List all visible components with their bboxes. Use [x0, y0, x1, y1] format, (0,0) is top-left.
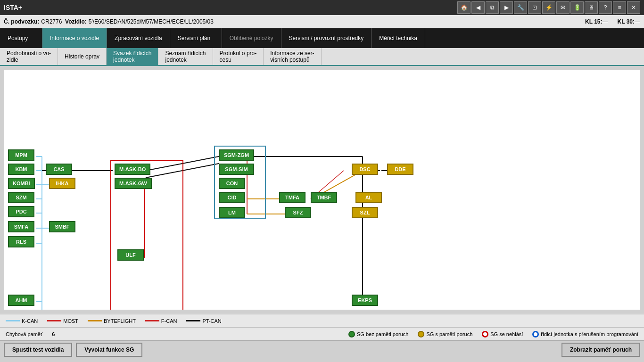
- legend-area: K-CAN MOST BYTEFLIGHT F-CAN PT-CAN: [0, 314, 644, 327]
- nav-tab-zpracovani[interactable]: Zpracování vozidla: [107, 28, 170, 48]
- ecu-AHM[interactable]: AHM: [8, 295, 34, 306]
- blue-ring-dot: [532, 331, 539, 337]
- legend-k-can: K-CAN: [6, 318, 38, 324]
- sub-nav: Podrobnosti o vo-zidle Historie oprav Sv…: [0, 48, 644, 66]
- battery-icon[interactable]: 🔋: [570, 1, 584, 14]
- svg-line-15: [146, 156, 219, 171]
- ecu-MPM[interactable]: MPM: [8, 149, 34, 161]
- lightning-icon[interactable]: ⚡: [542, 1, 555, 14]
- ecu-SZM[interactable]: SZM: [8, 192, 34, 203]
- ecu-KBM[interactable]: KBM: [8, 164, 34, 175]
- status-no-faults: SG bez paměti poruch: [348, 331, 408, 337]
- pt-can-label: PT-CAN: [202, 318, 221, 324]
- ecu-DSC[interactable]: DSC: [352, 164, 378, 175]
- nav-tab-merici[interactable]: Měřicí technika: [372, 28, 425, 48]
- pt-can-line: [186, 320, 200, 321]
- green-dot: [348, 331, 355, 337]
- sub-tab-informace-servis[interactable]: Informace ze ser-visních postupů: [264, 48, 321, 65]
- chassis-value: CR2776: [41, 18, 62, 25]
- status-with-faults: SG s pamětí poruch: [418, 331, 472, 337]
- ecu-SGM-ZGM[interactable]: SGM-ZGM: [219, 149, 254, 161]
- titlebar: ISTA+ 🏠 ◀ ⧉ ▶ 🔧 ⊡ ⚡ ✉ 🔋 🖥 ? ≡ ✕: [0, 0, 644, 15]
- ecu-SMBF[interactable]: SMBF: [49, 221, 75, 232]
- list-icon[interactable]: ≡: [613, 1, 626, 14]
- fault-memory-label: Chybová paměť: [6, 331, 42, 337]
- ecu-CID[interactable]: CID: [219, 192, 245, 203]
- close-icon[interactable]: ✕: [627, 1, 640, 14]
- show-faults-button[interactable]: Zobrazit paměť poruch: [561, 343, 640, 357]
- nav-tab-postupy[interactable]: Postupy: [0, 28, 42, 48]
- ecu-TMFA[interactable]: TMFA: [279, 192, 305, 203]
- sub-tab-svazek[interactable]: Svazek řídicíchjednotek: [107, 48, 158, 65]
- arrow-left-icon[interactable]: ◀: [471, 1, 485, 14]
- nav-tab-oblibene: Oblíbené položky: [222, 28, 281, 48]
- sub-tab-protokol[interactable]: Protokol o pro-cesu: [213, 48, 264, 65]
- left-buttons: Spustit test vozidla Vyvolat funkce SG: [4, 343, 142, 357]
- ecu-LM[interactable]: LM: [219, 207, 245, 218]
- ecu-DDE[interactable]: DDE: [387, 164, 413, 175]
- kl30-value: —: [635, 18, 640, 25]
- ecu-SGM-SIM[interactable]: SGM-SIM: [219, 164, 254, 175]
- svg-line-16: [146, 164, 219, 178]
- infobar: Č. podvozku: CR2776 Vozidlo: 5'/E60/SEDA…: [0, 15, 644, 28]
- ecu-SMFA[interactable]: SMFA: [8, 221, 34, 232]
- status-with-faults-label: SG s pamětí poruch: [426, 331, 472, 337]
- screen-icon[interactable]: ⊡: [528, 1, 541, 14]
- status-interrupted: řídicí jednotka s přerušením programován…: [532, 331, 638, 337]
- sub-tab-seznam[interactable]: Seznam řídicíchjednotek: [158, 48, 213, 65]
- call-functions-button[interactable]: Vyvolat funkce SG: [76, 343, 142, 357]
- arrow-right-icon[interactable]: ▶: [500, 1, 513, 14]
- start-test-button[interactable]: Spustit test vozidla: [4, 343, 72, 357]
- status-not-reported-label: SG se nehlásí: [490, 331, 523, 337]
- nav-tab-servisni-plan[interactable]: Servisní plán: [170, 28, 222, 48]
- copy-icon[interactable]: ⧉: [486, 1, 499, 14]
- ecu-RLS[interactable]: RLS: [8, 236, 34, 247]
- ecu-SFZ[interactable]: SFZ: [285, 207, 311, 218]
- k-can-line: [6, 320, 20, 321]
- chassis-label: Č. podvozku:: [4, 18, 39, 25]
- connector-svg: [4, 70, 640, 310]
- vehicle-label: Vozidlo:: [65, 18, 87, 25]
- status-bar: Chybová paměť 6 SG bez paměti poruch SG …: [0, 327, 644, 340]
- ecu-CAS[interactable]: CAS: [46, 164, 72, 175]
- sub-tab-podrobnosti[interactable]: Podrobnosti o vo-zidle: [0, 48, 58, 65]
- byteflight-label: BYTEFLIGHT: [104, 318, 136, 324]
- ecu-PDC[interactable]: PDC: [8, 206, 34, 217]
- fault-memory-count: 6: [52, 331, 55, 337]
- bottom-buttons: Spustit test vozidla Vyvolat funkce SG Z…: [0, 340, 644, 358]
- ecu-KOMBI[interactable]: KOMBI: [8, 178, 35, 189]
- ecu-ULF[interactable]: ULF: [117, 249, 144, 261]
- nav-tab-servisni7[interactable]: Servisní / provozní prostředky: [281, 28, 372, 48]
- wrench-icon[interactable]: 🔧: [514, 1, 527, 14]
- main-nav: Postupy Informace o vozidle Zpracování v…: [0, 28, 644, 48]
- ecu-CON[interactable]: CON: [219, 178, 245, 189]
- home-icon[interactable]: 🏠: [457, 1, 471, 14]
- ecu-EKPS[interactable]: EKPS: [352, 295, 378, 306]
- ecu-TMBF[interactable]: TMBF: [311, 192, 337, 203]
- kl15-label: KL 15:: [585, 18, 602, 25]
- monitor-icon[interactable]: 🖥: [585, 1, 598, 14]
- legend-byteflight: BYTEFLIGHT: [88, 318, 136, 324]
- legend-f-can: F-CAN: [145, 318, 177, 324]
- gold-dot: [418, 331, 424, 337]
- diagram-area: MPM KBM CAS KOMBI IHKA SZM PDC SMFA SMBF…: [4, 70, 640, 310]
- help-icon[interactable]: ?: [599, 1, 612, 14]
- mail-icon[interactable]: ✉: [556, 1, 570, 14]
- ecu-MASK-GW[interactable]: M-ASK-GW: [115, 178, 152, 189]
- ecu-AL[interactable]: AL: [355, 192, 382, 203]
- nav-tab-informace[interactable]: Informace o vozidle: [42, 28, 107, 48]
- f-can-line: [145, 320, 159, 321]
- ecu-SZL[interactable]: SZL: [352, 207, 378, 218]
- ecu-IHKA[interactable]: IHKA: [49, 178, 75, 189]
- status-no-faults-label: SG bez paměti poruch: [357, 331, 408, 337]
- legend-most: MOST: [47, 318, 78, 324]
- f-can-label: F-CAN: [161, 318, 177, 324]
- title-icons: 🏠 ◀ ⧉ ▶ 🔧 ⊡ ⚡ ✉ 🔋 🖥 ? ≡ ✕: [457, 1, 640, 14]
- status-not-reported: SG se nehlásí: [482, 331, 523, 337]
- byteflight-line: [88, 320, 102, 321]
- ecu-MASK-BO[interactable]: M-ASK-BO: [115, 164, 150, 175]
- vehicle-value: 5'/E60/SEDAN/525d/M57/MECH/ECE/LL/2005/0…: [89, 18, 214, 25]
- sub-tab-historie[interactable]: Historie oprav: [58, 48, 107, 65]
- red-ring-dot: [482, 331, 488, 337]
- most-line: [47, 320, 61, 321]
